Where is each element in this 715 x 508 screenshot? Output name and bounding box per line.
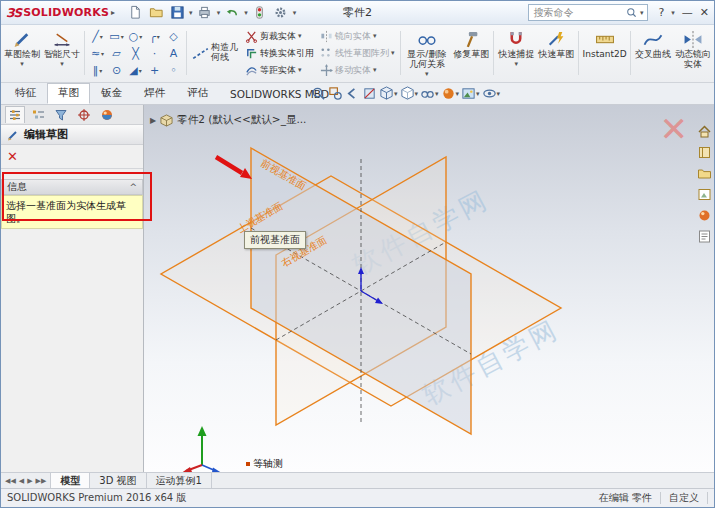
info-section-header[interactable]: 信息 ^ (1, 179, 143, 195)
section-view-icon[interactable] (362, 86, 377, 101)
extra-entity-tool-icon[interactable] (164, 62, 183, 79)
centerline-tool-icon[interactable] (126, 45, 145, 62)
customize-status-item[interactable]: 自定义 (669, 491, 699, 505)
move-entities-button[interactable]: 移动实体▾ (318, 62, 397, 78)
intersection-curve-button[interactable]: 交叉曲线 (634, 27, 672, 79)
quick-snaps-button[interactable]: 快速捕捉▾ (497, 27, 535, 79)
graphics-area[interactable]: ▶ 零件2 (默认<<默认>_显... 软件自学网 软件自学网 (144, 105, 714, 472)
file-explorer-icon[interactable] (696, 165, 713, 182)
feature-manager-tab[interactable] (28, 106, 48, 123)
display-manager-tab[interactable] (97, 106, 117, 123)
help-dropdown-icon[interactable]: ▾ (671, 9, 675, 17)
configuration-manager-tab[interactable] (51, 106, 71, 123)
apply-scene-icon[interactable]: ▾ (461, 86, 480, 101)
dynamic-mirror-button[interactable]: 动态镜向实体 (674, 27, 712, 79)
tab-3d-views[interactable]: 3D 视图 (90, 473, 146, 488)
print-dropdown-icon[interactable]: ▾ (217, 9, 221, 17)
tab-motion-study-1[interactable]: 运动算例1 (147, 473, 212, 488)
scroll-first-icon[interactable]: ◀◀ (4, 477, 17, 485)
linear-sketch-pattern-button[interactable]: 线性草图阵列▾ (318, 45, 397, 61)
instant2d-button[interactable]: Instant2D (582, 27, 627, 79)
undo-dropdown-icon[interactable]: ▾ (244, 9, 248, 17)
construction-geometry-button[interactable]: 构造几何线 (190, 27, 241, 79)
cancel-button[interactable]: ✕ (7, 149, 18, 164)
previous-view-icon[interactable] (345, 86, 360, 101)
slot-tool-icon[interactable]: ▾ (88, 62, 107, 79)
tab-features[interactable]: 特征 (4, 83, 47, 104)
new-document-icon[interactable] (126, 4, 144, 22)
options-gear-icon[interactable] (272, 4, 290, 22)
command-search-input[interactable]: 搜索命令 ▾ (528, 4, 648, 21)
tab-model[interactable]: 模型 (51, 473, 90, 488)
feature-tree-flyout[interactable]: ▶ 零件2 (默认<<默认>_显... (150, 113, 306, 127)
appearances-scenes-icon[interactable] (696, 207, 713, 224)
ribbon-separator (630, 31, 631, 75)
save-icon[interactable] (168, 4, 186, 22)
fillet-tool-icon[interactable] (145, 62, 164, 79)
ellipse-tool-icon[interactable] (107, 62, 126, 79)
trim-entities-button[interactable]: 剪裁实体▾ (243, 28, 316, 44)
zoom-fit-icon[interactable] (311, 86, 326, 101)
parallelogram-tool-icon[interactable] (107, 45, 126, 62)
model-viewport[interactable]: 软件自学网 软件自学网 前视基准面 上视 (144, 105, 714, 472)
design-library-icon[interactable] (696, 144, 713, 161)
view-orientation-icon[interactable]: ▾ (379, 86, 398, 101)
rebuild-icon[interactable] (251, 4, 269, 22)
save-dropdown-icon[interactable]: ▾ (189, 9, 193, 17)
construction-geometry-icon (192, 45, 209, 62)
tab-evaluate[interactable]: 评估 (176, 83, 219, 104)
rectangle-tool-icon[interactable]: ▾ (107, 28, 126, 45)
repair-sketch-button[interactable]: 修复草图 (452, 27, 490, 79)
zoom-area-icon[interactable] (328, 86, 343, 101)
print-icon[interactable] (196, 4, 214, 22)
scroll-left-icon[interactable]: ◀ (18, 477, 25, 485)
scroll-last-icon[interactable]: ▶▶ (35, 477, 48, 485)
view-palette-icon[interactable] (696, 186, 713, 203)
quick-snaps-icon (505, 30, 527, 49)
chamfer-tool-icon[interactable]: ▾ (126, 62, 145, 79)
dimxpert-manager-tab[interactable] (74, 106, 94, 123)
offset-entities-button[interactable]: 等距实体▾ (243, 62, 316, 78)
options-dropdown-icon[interactable]: ▾ (293, 9, 297, 17)
sketch-entities-grid: ▾ ▾ ▾ ▾ ▾ ▾ ▾ (88, 27, 183, 79)
tab-sheet-metal[interactable]: 钣金 (90, 83, 133, 104)
tab-weldments[interactable]: 焊件 (133, 83, 176, 104)
collapse-chevron-icon[interactable]: ^ (129, 182, 137, 192)
status-bar: SOLIDWORKS Premium 2016 x64 版 在编辑 零件 自定义 (1, 488, 714, 507)
menu-expand-arrow-icon[interactable]: ▸ (111, 8, 115, 17)
polygon-tool-icon[interactable] (164, 28, 183, 45)
scroll-right-icon[interactable]: ▶ (26, 477, 33, 485)
smart-dimension-button[interactable]: 智能尺寸▾ (43, 27, 81, 79)
rapid-sketch-button[interactable]: 快速草图 (537, 27, 575, 79)
close-button[interactable]: ✕ (700, 6, 709, 19)
text-tool-icon[interactable] (164, 45, 183, 62)
convert-entities-button[interactable]: 转换实体引用 (243, 45, 316, 61)
view-settings-icon[interactable]: ▾ (482, 86, 501, 101)
confirmation-corner-close-icon[interactable]: ✕ (660, 109, 689, 149)
brand-name: SOLIDWORKS (23, 6, 109, 19)
display-style-icon[interactable]: ▾ (400, 86, 419, 101)
line-tool-icon[interactable]: ▾ (88, 28, 107, 45)
sketch-button[interactable]: 草图绘制▾ (3, 27, 41, 79)
point-tool-icon[interactable] (145, 45, 164, 62)
tab-sketch[interactable]: 草图 (47, 83, 90, 104)
hide-show-items-icon[interactable]: ▾ (420, 86, 439, 101)
mirror-entities-button[interactable]: 镜向实体▾ (318, 28, 397, 44)
open-document-icon[interactable] (147, 4, 165, 22)
minimize-button[interactable]: — (682, 6, 693, 19)
help-button[interactable]: ? (658, 6, 664, 19)
flyout-expand-arrow-icon[interactable]: ▶ (150, 116, 156, 125)
edit-appearance-icon[interactable]: ▾ (441, 86, 460, 101)
spline-tool-icon[interactable]: ▾ (88, 45, 107, 62)
undo-icon[interactable] (223, 4, 241, 22)
property-manager-tab[interactable] (5, 106, 25, 123)
edit-sketch-icon (6, 128, 20, 142)
editing-mode-label: 在编辑 零件 (599, 491, 652, 505)
arc-tool-icon[interactable]: ▾ (145, 28, 164, 45)
circle-tool-icon[interactable]: ▾ (126, 28, 145, 45)
search-dropdown-icon[interactable]: ▾ (640, 9, 644, 17)
display-delete-relations-button[interactable]: 显示/删除几何关系▾ (404, 27, 451, 79)
custom-properties-icon[interactable] (696, 228, 713, 245)
ribbon-separator (578, 31, 579, 75)
task-pane-resources-icon[interactable] (696, 123, 713, 140)
